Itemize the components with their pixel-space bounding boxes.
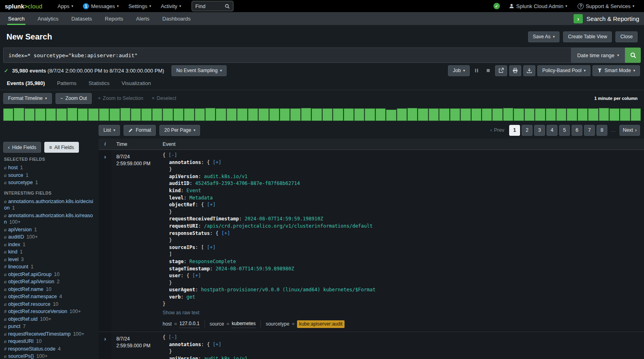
page-button-7[interactable]: 7 — [584, 125, 595, 136]
page-button-1[interactable]: 1 — [509, 125, 520, 136]
field-item-objectRef.resource[interactable]: aobjectRef.resource10 — [3, 301, 96, 308]
page-button-4[interactable]: 4 — [547, 125, 557, 136]
field-item-responseStatus.code[interactable]: #responseStatus.code4 — [3, 345, 96, 353]
timeline-bar[interactable] — [514, 108, 524, 121]
timeline-bar[interactable] — [216, 108, 226, 121]
field-item-objectRef.apiGroup[interactable]: aobjectRef.apiGroup10 — [3, 271, 96, 278]
menu-apps[interactable]: Apps ▾ — [53, 0, 78, 12]
timeline-bar[interactable] — [184, 108, 194, 121]
event-field-value[interactable]: kube:apiserver:audit — [297, 320, 345, 328]
timeline-bar[interactable] — [450, 108, 460, 121]
field-item-annotations.authorization.k8s.io/reason[interactable]: aannotations.authorization.k8s.io/reason… — [3, 212, 96, 226]
field-item-objectRef.namespace[interactable]: aobjectRef.namespace4 — [3, 293, 96, 301]
nav-reports[interactable]: Reports — [99, 12, 130, 25]
save-as-button[interactable]: Save As▾ — [528, 31, 560, 42]
timeline-bar[interactable] — [56, 108, 66, 121]
workload-pool-button[interactable]: Policy-Based Pool▾ — [537, 65, 590, 76]
timeline-bar[interactable] — [205, 108, 215, 121]
timeline-bar[interactable] — [365, 108, 375, 121]
page-button-6[interactable]: 6 — [572, 125, 582, 136]
timeline-bar[interactable] — [67, 108, 77, 121]
event-field-value[interactable]: kubernetes — [232, 320, 256, 328]
timeline-bar[interactable] — [25, 108, 35, 121]
event-sampling-button[interactable]: No Event Sampling▾ — [171, 65, 227, 76]
field-item-linecount[interactable]: #linecount1 — [3, 263, 96, 271]
timeline-bar[interactable] — [631, 108, 641, 121]
timeline-bar[interactable] — [460, 108, 471, 121]
field-item-objectRef.apiVersion[interactable]: aobjectRef.apiVersion2 — [3, 278, 96, 286]
timeline-bar[interactable] — [163, 108, 173, 121]
tab-patterns[interactable]: Patterns — [57, 80, 76, 90]
run-search-button[interactable] — [625, 48, 641, 63]
timeline-bar[interactable] — [301, 108, 311, 121]
field-item-annotations.authorization.k8s.io/decision[interactable]: aannotations.authorization.k8s.io/decisi… — [3, 198, 96, 212]
view-mode-button[interactable]: List▾ — [99, 125, 120, 136]
event-field-value[interactable]: 127.0.0.1 — [180, 320, 200, 328]
timeline-bar[interactable] — [599, 108, 609, 121]
show-raw-text-link[interactable]: Show as raw text — [163, 309, 199, 317]
json-toggle-link[interactable]: [-] — [168, 152, 177, 158]
json-toggle-link[interactable]: [+] — [192, 273, 201, 278]
job-menu-button[interactable]: Job▾ — [448, 65, 470, 76]
field-item-objectRef.uid[interactable]: aobjectRef.uid100+ — [3, 315, 96, 323]
field-item-objectRef.resourceVersion[interactable]: #objectRef.resourceVersion100+ — [3, 308, 96, 315]
timeline-bar[interactable] — [109, 108, 120, 121]
menu-user[interactable]: Splunk Cloud Admin ▾ — [504, 0, 572, 12]
timeline-bar[interactable] — [354, 108, 364, 121]
timeline-bar[interactable] — [609, 108, 619, 121]
timeline-bar[interactable] — [418, 108, 428, 121]
event-field-key[interactable]: host — [163, 321, 172, 328]
timeline-bar[interactable] — [322, 108, 332, 121]
json-toggle-link[interactable]: [+] — [213, 160, 221, 165]
nav-analytics[interactable]: Analytics — [31, 12, 65, 25]
stop-button[interactable] — [483, 66, 493, 75]
timeline-bar[interactable] — [3, 108, 13, 121]
event-timestamp[interactable]: 8/7/242:59:59.000 PM — [111, 332, 158, 359]
timeline-bar[interactable] — [397, 108, 407, 121]
print-button[interactable] — [509, 65, 521, 76]
timeline-bar[interactable] — [99, 108, 109, 121]
json-toggle-link[interactable]: [-] — [168, 334, 177, 340]
timeline-bar[interactable] — [578, 108, 588, 121]
timeline-bar[interactable] — [535, 108, 545, 121]
search-mode-button[interactable]: Smart Mode ▾ — [592, 65, 640, 76]
field-item-sourcetype[interactable]: asourcetype1 — [3, 179, 96, 187]
timeline-bar[interactable] — [588, 108, 598, 121]
timeline-bar[interactable] — [46, 108, 56, 121]
timeline-bar[interactable] — [280, 108, 290, 121]
menu-messages[interactable]: 1 Messages ▾ — [78, 0, 124, 12]
timeline-bar[interactable] — [312, 108, 322, 121]
timeline-bar[interactable] — [195, 108, 205, 121]
timeline-bar[interactable] — [620, 108, 630, 121]
timeline-bar[interactable] — [567, 108, 577, 121]
close-button[interactable]: Close — [615, 31, 638, 42]
timeline-bar[interactable] — [556, 108, 566, 121]
timeline-bar[interactable] — [429, 108, 439, 121]
timeline-bar[interactable] — [492, 108, 502, 121]
json-toggle-link[interactable]: [+] — [207, 202, 216, 208]
all-fields-button[interactable]: ≡All Fields — [44, 142, 79, 153]
cloud-health-icon[interactable]: ✓ — [493, 3, 500, 9]
menu-support[interactable]: ? Support & Services ▾ — [573, 0, 639, 12]
timeline-bar[interactable] — [35, 108, 45, 121]
field-item-punct[interactable]: apunct7 — [3, 323, 96, 330]
timeline-bar[interactable] — [248, 108, 258, 121]
format-timeline-button[interactable]: Format Timeline▾ — [3, 93, 52, 104]
field-item-level[interactable]: alevel3 — [3, 256, 96, 264]
field-item-sourceIPs{}[interactable]: asourceIPs{}100+ — [3, 353, 96, 359]
hide-fields-button[interactable]: ‹Hide Fields — [3, 142, 41, 153]
tab-statistics[interactable]: Statistics — [89, 80, 109, 90]
page-button-3[interactable]: 3 — [534, 125, 545, 136]
date-time-range-button[interactable]: Date time range ▾ — [571, 48, 625, 63]
page-button-8[interactable]: 8 — [597, 125, 607, 136]
expand-event-icon[interactable]: › — [104, 336, 106, 342]
json-toggle-link[interactable]: [+] — [207, 245, 216, 250]
field-item-requestReceivedTimestamp[interactable]: arequestReceivedTimestamp100+ — [3, 330, 96, 338]
timeline-bar[interactable] — [333, 108, 343, 121]
tab-events[interactable]: Events (35,980) — [7, 80, 45, 90]
field-item-objectRef.name[interactable]: aobjectRef.name10 — [3, 286, 96, 293]
nav-search[interactable]: Search — [2, 12, 31, 25]
expand-event-icon[interactable]: › — [104, 154, 106, 160]
create-table-view-button[interactable]: Create Table View — [563, 31, 612, 42]
timeline-bar[interactable] — [471, 108, 481, 121]
